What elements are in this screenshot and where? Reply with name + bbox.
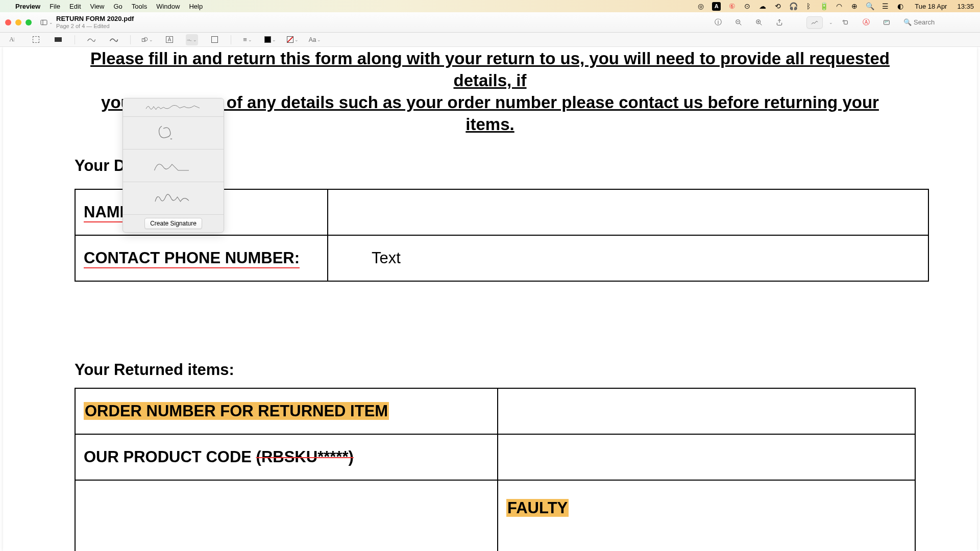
returned-items-table: ORDER NUMBER FOR RETURNED ITEM OUR PRODU… bbox=[75, 388, 916, 551]
traffic-lights bbox=[5, 19, 32, 26]
menubar-app-name[interactable]: Preview bbox=[15, 3, 40, 10]
menubar-search-icon[interactable]: 🔍 bbox=[866, 2, 874, 10]
search-field[interactable]: 🔍 bbox=[903, 18, 975, 26]
signature-create-row: Create Signature bbox=[123, 215, 224, 232]
name-value-cell[interactable] bbox=[328, 189, 928, 235]
menubar-time[interactable]: 13:35 bbox=[957, 3, 974, 10]
reason-value-cell[interactable]: FAULTY bbox=[498, 480, 915, 551]
text-tool[interactable]: A bbox=[163, 34, 176, 45]
border-color-tool[interactable]: ⌄ bbox=[264, 34, 276, 45]
markup-toolbar: A⎸ ⌄ A ⌄ ≡⌄ ⌄ ⌄ Aa⌄ bbox=[0, 33, 980, 47]
menubar-timemachine-icon[interactable]: ⟲ bbox=[774, 2, 782, 10]
product-code-label: OUR PRODUCT CODE (RBSKU*****) bbox=[75, 434, 498, 480]
phone-value-cell[interactable]: Text bbox=[328, 235, 928, 281]
menubar-date[interactable]: Tue 18 Apr bbox=[915, 3, 947, 10]
menubar-spotlight-icon[interactable]: ⊕ bbox=[850, 2, 859, 10]
sidebar-toggle-button[interactable]: ⌄ bbox=[39, 16, 54, 29]
redact-tool[interactable] bbox=[52, 34, 64, 45]
text-style-tool[interactable]: Aa⌄ bbox=[309, 34, 321, 45]
table-row: FAULTY bbox=[75, 480, 915, 551]
highlight-button[interactable]: Ⓐ bbox=[859, 16, 874, 29]
menubar-siri-icon[interactable]: ◐ bbox=[896, 2, 904, 10]
menu-file[interactable]: File bbox=[50, 3, 60, 10]
returned-items-heading: Your Returned items: bbox=[75, 361, 234, 379]
menubar-record-icon[interactable]: ⊙ bbox=[743, 2, 751, 10]
sign-tool[interactable]: ⌄ bbox=[186, 34, 198, 45]
search-input[interactable] bbox=[914, 18, 975, 26]
product-code-value-cell[interactable] bbox=[498, 434, 915, 480]
document-viewport[interactable]: Please fill in and return this form alon… bbox=[0, 47, 980, 551]
menubar-app1-icon[interactable]: A bbox=[712, 2, 721, 11]
menubar-battery-icon[interactable]: 🔋 bbox=[820, 2, 828, 10]
menubar-cloud-icon[interactable]: ☁ bbox=[758, 2, 767, 10]
minimize-button[interactable] bbox=[15, 19, 21, 26]
fill-color-tool[interactable]: ⌄ bbox=[286, 34, 299, 45]
menubar-controlcenter-icon[interactable]: ☰ bbox=[881, 2, 889, 10]
svg-rect-9 bbox=[844, 20, 848, 24]
svg-point-12 bbox=[144, 37, 148, 41]
form-button[interactable] bbox=[879, 16, 894, 29]
search-icon: 🔍 bbox=[903, 18, 912, 26]
menu-go[interactable]: Go bbox=[113, 3, 122, 10]
menubar-wifi-icon[interactable]: ◠ bbox=[835, 2, 843, 10]
order-number-value-cell[interactable] bbox=[498, 388, 915, 434]
note-tool[interactable] bbox=[208, 34, 220, 45]
menubar-headphones-icon[interactable]: 🎧 bbox=[789, 2, 797, 10]
sketch-tool[interactable] bbox=[85, 34, 97, 45]
svg-line-6 bbox=[760, 23, 762, 25]
menu-view[interactable]: View bbox=[90, 3, 105, 10]
menubar-extra-icon[interactable]: ◎ bbox=[697, 2, 705, 10]
reason-label bbox=[75, 480, 498, 551]
order-number-label: ORDER NUMBER FOR RETURNED ITEM bbox=[75, 388, 498, 434]
signature-popover: Create Signature bbox=[122, 98, 224, 233]
rectangular-selection-tool[interactable] bbox=[30, 34, 42, 45]
table-row: ORDER NUMBER FOR RETURNED ITEM bbox=[75, 388, 915, 434]
shapes-tool[interactable]: ⌄ bbox=[141, 34, 153, 45]
menu-tools[interactable]: Tools bbox=[132, 3, 147, 10]
markup-toggle-button[interactable] bbox=[806, 16, 823, 29]
svg-rect-11 bbox=[142, 38, 145, 41]
share-button[interactable] bbox=[772, 16, 787, 29]
zoom-out-button[interactable] bbox=[731, 16, 746, 29]
phone-label: CONTACT PHONE NUMBER: bbox=[75, 235, 328, 281]
create-signature-button[interactable]: Create Signature bbox=[144, 218, 202, 229]
signature-option-3[interactable] bbox=[123, 149, 224, 182]
document-title: RETURN FORM 2020.pdf bbox=[56, 15, 134, 23]
text-selection-tool[interactable]: A⎸ bbox=[7, 34, 19, 45]
markup-chevron-icon[interactable]: ⌄ bbox=[829, 20, 833, 25]
document-subtitle: Page 2 of 4 — Edited bbox=[56, 23, 134, 30]
fullscreen-button[interactable] bbox=[26, 19, 32, 26]
signature-option-4[interactable] bbox=[123, 182, 224, 215]
zoom-in-button[interactable] bbox=[751, 16, 767, 29]
shape-style-tool[interactable]: ≡⌄ bbox=[241, 34, 254, 45]
menubar-app2-icon[interactable]: ⑥ bbox=[728, 2, 736, 10]
menu-window[interactable]: Window bbox=[156, 3, 180, 10]
draw-tool[interactable] bbox=[108, 34, 120, 45]
signature-option-1[interactable] bbox=[123, 98, 224, 117]
table-row: OUR PRODUCT CODE (RBSKU*****) bbox=[75, 434, 915, 480]
svg-line-3 bbox=[740, 23, 741, 25]
menu-edit[interactable]: Edit bbox=[69, 3, 81, 10]
rotate-button[interactable] bbox=[838, 16, 853, 29]
preview-window: ⌄ RETURN FORM 2020.pdf Page 2 of 4 — Edi… bbox=[0, 12, 980, 551]
table-row: CONTACT PHONE NUMBER: Text bbox=[75, 235, 928, 281]
window-titlebar: ⌄ RETURN FORM 2020.pdf Page 2 of 4 — Edi… bbox=[0, 12, 980, 33]
macos-menubar: Preview File Edit View Go Tools Window H… bbox=[0, 0, 980, 12]
close-button[interactable] bbox=[5, 19, 11, 26]
menu-help[interactable]: Help bbox=[189, 3, 203, 10]
signature-option-2[interactable] bbox=[123, 117, 224, 149]
svg-rect-10 bbox=[884, 20, 890, 24]
menubar-bluetooth-icon[interactable]: ᛒ bbox=[804, 2, 813, 10]
svg-rect-0 bbox=[41, 20, 47, 24]
info-button[interactable]: ⓘ bbox=[710, 16, 726, 29]
